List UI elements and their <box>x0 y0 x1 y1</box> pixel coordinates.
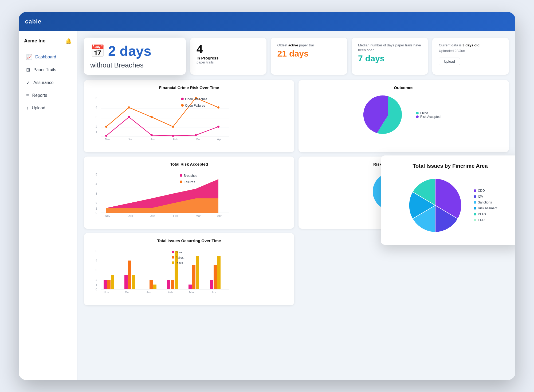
b-dot-4 <box>172 135 174 137</box>
sidebar: Acme Inc 🔔 📈 Dashboard ⊞ Paper Trails ✓ … <box>19 31 77 380</box>
f-dot-4 <box>172 126 174 128</box>
total-risk-chart-card: Total Risk Accepted 5 4 3 2 1 0 Nov <box>84 157 294 229</box>
svg-text:5: 5 <box>96 173 97 176</box>
dec-r <box>132 275 135 289</box>
assurance-icon: ✓ <box>26 80 30 86</box>
sidebar-label-assurance: Assurance <box>33 80 54 85</box>
oldest-paper-trail-card: Oldest active paper trail 21 days <box>271 38 347 75</box>
svg-text:0: 0 <box>96 211 97 214</box>
days-value: 2 days <box>108 43 151 59</box>
apr-f <box>214 265 217 289</box>
dec-b <box>124 275 128 289</box>
sidebar-item-assurance[interactable]: ✓ Assurance <box>21 77 75 89</box>
f-dot-3 <box>151 116 153 118</box>
svg-text:5: 5 <box>96 249 97 253</box>
sidebar-item-dashboard[interactable]: 📈 Dashboard <box>21 51 75 63</box>
days-without-breach-card: 📅 2 days without Breaches <box>84 38 186 75</box>
svg-point-21 <box>180 181 182 183</box>
kpi-row: 📅 2 days without Breaches 4 In Progress … <box>84 38 509 75</box>
b-dot-5 <box>195 134 197 136</box>
idv-dot <box>474 195 476 198</box>
svg-text:Risks: Risks <box>176 261 183 265</box>
reports-icon: ≡ <box>26 93 29 98</box>
legend-edd: EDD <box>474 218 497 222</box>
b-dot-6 <box>217 126 219 128</box>
sidebar-label-reports: Reports <box>32 93 47 98</box>
svg-point-19 <box>180 174 182 177</box>
svg-text:2: 2 <box>96 202 97 205</box>
sidebar-item-reports[interactable]: ≡ Reports <box>21 89 75 101</box>
legend-cdd-big: CDD <box>474 189 497 193</box>
y-axis-4: 4 <box>96 106 97 109</box>
org-name: Acme Inc <box>24 38 45 44</box>
issues-time-svg: 5 4 3 2 1 0 Nov Dec Jan Feb Mar <box>90 247 237 295</box>
svg-point-45 <box>172 256 174 259</box>
oldest-label: Oldest active paper trail <box>277 43 341 48</box>
median-days-card: Median number of days paper trails have … <box>352 38 428 75</box>
svg-text:Feb: Feb <box>168 291 173 294</box>
apr-b <box>210 280 213 289</box>
svg-text:3: 3 <box>96 192 97 195</box>
feb-f <box>171 280 174 289</box>
y-axis-5: 5 <box>96 96 97 99</box>
notification-icon[interactable]: 🔔 <box>65 38 72 44</box>
jan-f <box>150 280 153 289</box>
svg-text:0: 0 <box>96 288 97 291</box>
svg-text:4: 4 <box>96 259 97 262</box>
legend-risk-assment: Risk Assment <box>474 206 497 210</box>
svg-text:Jan: Jan <box>146 291 151 294</box>
nov-b <box>104 280 107 289</box>
svg-text:Dec: Dec <box>125 291 130 294</box>
nov-r <box>111 275 114 289</box>
sidebar-item-paper-trails[interactable]: ⊞ Paper Trails <box>21 64 75 76</box>
data-age-label: Current data is 3 days old. <box>439 43 502 48</box>
sidebar-label-dashboard: Dashboard <box>35 55 56 59</box>
svg-point-43 <box>172 251 174 253</box>
total-issues-pie-container: CDD IDV Sanctions <box>389 173 511 237</box>
upload-button[interactable]: Upload <box>439 58 460 65</box>
legend-sanctions-big: Sanctions <box>474 201 497 204</box>
feb-b <box>167 280 170 289</box>
paper-trails-icon: ⊞ <box>26 67 30 73</box>
nov-f <box>107 280 111 289</box>
x-feb: Feb <box>173 138 178 141</box>
total-issues-pie-svg <box>403 173 467 237</box>
total-issues-legend: CDD IDV Sanctions <box>474 189 497 222</box>
svg-text:Apr: Apr <box>217 214 222 217</box>
outcomes-pie-svg <box>367 94 410 136</box>
peps-dot <box>474 213 476 215</box>
x-mar: Mar <box>196 138 201 141</box>
issues-time-chart-card: Total Issues Occurring Over Time 5 4 3 2… <box>84 233 294 305</box>
dec-f <box>128 261 131 289</box>
x-nov: Nov <box>105 138 110 141</box>
sanctions-big-dot <box>474 201 476 204</box>
svg-text:Feb: Feb <box>173 214 178 217</box>
svg-point-47 <box>172 261 174 264</box>
total-risk-title: Total Risk Accepted <box>90 162 288 166</box>
mar-r <box>196 256 199 289</box>
in-progress-card: 4 In Progress paper trails <box>190 38 267 75</box>
legend-failure-dot <box>181 104 184 107</box>
issues-time-title: Total Issues Occurring Over Time <box>90 238 288 243</box>
days-subtitle: without Breaches <box>90 61 179 69</box>
svg-text:4: 4 <box>96 182 97 186</box>
svg-text:3: 3 <box>96 269 97 272</box>
chart-grid: Financial Crime Risk Over Time 5 4 3 2 1… <box>84 80 509 305</box>
risk-accepted-dot <box>416 115 419 118</box>
financial-crime-svg: 5 4 3 2 1 Nov Dec Jan Feb Mar Apr <box>90 94 237 142</box>
b-dot-3 <box>151 134 153 136</box>
svg-text:Failures: Failures <box>184 180 195 184</box>
median-label: Median number of days paper trails have … <box>358 43 422 53</box>
edd-dot <box>474 219 476 221</box>
legend-peps: PEPs <box>474 212 497 216</box>
app-logo: cable <box>25 18 41 25</box>
sidebar-item-upload[interactable]: ↑ Upload <box>21 102 75 114</box>
in-progress-label: In Progress <box>197 56 260 60</box>
cdd-big-label: CDD <box>478 189 485 193</box>
legend-failure-label: Open Failures <box>185 104 205 107</box>
svg-text:Failur...: Failur... <box>176 256 185 259</box>
b-dot-2 <box>128 116 130 118</box>
fixed-dot <box>416 112 419 114</box>
y-axis-1: 1 <box>96 130 97 134</box>
y-axis-3: 3 <box>96 115 97 119</box>
